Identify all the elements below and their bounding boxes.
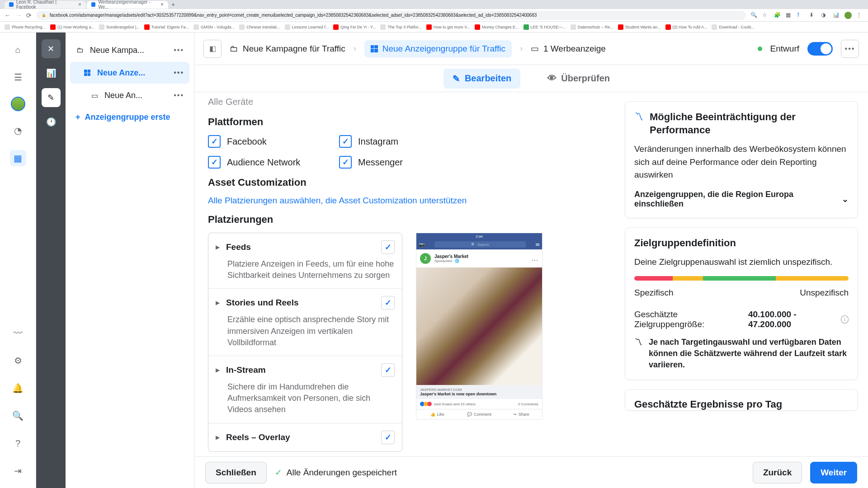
publish-toggle[interactable] [807, 42, 833, 56]
checkbox-checked-icon[interactable]: ✓ [339, 156, 352, 169]
home-icon[interactable]: ⌂ [10, 42, 26, 58]
chart-icon[interactable]: 📊 [42, 64, 61, 83]
checkbox-checked-icon[interactable]: ✓ [381, 240, 395, 254]
history-icon[interactable]: 🕐 [42, 113, 61, 131]
close-icon[interactable]: × [78, 1, 81, 8]
caret-right-icon[interactable]: ▶ [216, 244, 220, 250]
bookmark[interactable]: Tutorial: Eigene Fa... [144, 24, 189, 30]
caret-right-icon[interactable]: ▶ [216, 434, 220, 441]
browser-tab[interactable]: Werbeanzeigenmanager - We...× [87, 1, 168, 9]
bookmark[interactable]: Money Changes E... [475, 24, 519, 30]
asset-link[interactable]: Alle Platzierungen auswählen, die Asset … [208, 196, 601, 206]
close-button[interactable]: ✕ [42, 39, 61, 58]
breadcrumb-campaign[interactable]: 🗀Neue Kampagne für Traffic [230, 44, 345, 54]
ad-image [416, 267, 542, 385]
star-icon[interactable]: ☆ [762, 12, 769, 19]
forward-icon[interactable]: → [15, 12, 22, 19]
extension-icon[interactable]: ◑ [821, 12, 828, 19]
gear-icon[interactable]: ⚙ [10, 352, 26, 369]
new-tab-button[interactable]: + [169, 0, 177, 9]
checkbox-checked-icon[interactable]: ✓ [208, 135, 221, 148]
bookmark[interactable]: How to get more V... [426, 24, 470, 30]
panel-toggle-icon[interactable]: ◧ [203, 40, 222, 58]
extension-icon[interactable]: ⬇ [809, 12, 816, 19]
bookmark[interactable]: The Top 3 Platfor... [380, 24, 421, 30]
platform-audience-network[interactable]: ✓Audience Network [208, 156, 335, 169]
placement-stories[interactable]: ▶Stories und Reels✓ Erzähle eine optisch… [208, 289, 402, 356]
checkbox-checked-icon[interactable]: ✓ [381, 363, 395, 377]
platform-facebook[interactable]: ✓Facebook [208, 135, 335, 148]
tab-edit[interactable]: ✎Bearbeiten [443, 69, 520, 89]
bookmark[interactable]: LEE 'S HOUSE—... [524, 24, 566, 30]
checkbox-checked-icon[interactable]: ✓ [381, 431, 395, 444]
caret-right-icon[interactable]: ▶ [216, 300, 220, 306]
platforms-heading: Plattformen [208, 116, 601, 128]
checkbox-checked-icon[interactable]: ✓ [208, 156, 221, 169]
address-bar[interactable]: 🔒facebook.com/adsmanager/manage/adsets/e… [36, 11, 746, 20]
bookmark[interactable]: Download - Cooki... [712, 24, 755, 30]
checkbox-checked-icon[interactable]: ✓ [339, 135, 352, 148]
bell-icon[interactable]: 🔔 [10, 380, 26, 396]
bookmark[interactable]: Phone Recycling... [5, 24, 46, 30]
extension-icon[interactable]: 🧩 [774, 12, 781, 19]
add-adset-button[interactable]: + Anzeigengruppe erste [70, 107, 189, 127]
close-button[interactable]: Schließen [205, 462, 267, 483]
caret-right-icon[interactable]: ▶ [216, 367, 220, 373]
bookmark[interactable]: Lessons Learned f... [285, 24, 329, 30]
bookmark[interactable]: (2) How To Add A... [665, 24, 708, 30]
reload-icon[interactable]: ⟳ [26, 12, 32, 19]
bookmark[interactable]: Datenschutz – Re... [571, 24, 613, 30]
bookmark[interactable]: (1) How Working a... [50, 24, 94, 30]
bookmark[interactable]: Student Wants an... [618, 24, 661, 30]
breadcrumb-ad[interactable]: ▭1 Werbeanzeige [531, 43, 606, 54]
back-button[interactable]: Zurück [753, 462, 802, 483]
actions-menu[interactable]: ••• [841, 40, 859, 58]
ad-icon: ▭ [531, 43, 539, 54]
tab-review[interactable]: 👁Überprüfen [538, 69, 619, 88]
audience-meter [634, 276, 849, 281]
menu-icon[interactable]: ☰ [10, 69, 26, 85]
more-icon[interactable]: ••• [174, 46, 184, 54]
share-button: ↪Share [500, 409, 542, 419]
more-icon[interactable]: ••• [174, 69, 184, 77]
placement-feeds[interactable]: ▶Feeds✓ Platziere Anzeigen in Feeds, um … [208, 233, 402, 289]
devices-label: Alle Geräte [208, 97, 601, 107]
tree-adset[interactable]: Neue Anze... ••• [70, 62, 189, 84]
extension-icon[interactable]: 📊 [833, 12, 840, 19]
edit-icon[interactable]: ✎ [42, 88, 61, 107]
bookmark[interactable]: Qing Fei De Yi - Y... [333, 24, 376, 30]
bookmark[interactable]: Chinese translati... [239, 24, 280, 30]
platform-messenger[interactable]: ✓Messenger [339, 156, 466, 169]
gauge-icon[interactable]: ◔ [10, 122, 26, 139]
wave-icon[interactable]: 〰 [10, 325, 26, 341]
platform-instagram[interactable]: ✓Instagram [339, 135, 466, 148]
status-label: Entwurf [770, 44, 799, 54]
tree-campaign[interactable]: 🗀 Neue Kampa... ••• [70, 39, 189, 61]
grid-icon[interactable]: ▦ [10, 150, 26, 166]
bookmark[interactable]: Sonderangebot |... [99, 24, 140, 30]
avatar[interactable] [11, 97, 25, 111]
placement-instream[interactable]: ▶In-Stream✓ Sichere dir im Handumdrehen … [208, 356, 402, 423]
extension-icon[interactable]: f [797, 12, 805, 19]
breadcrumb-adset[interactable]: Neue Anzeigengruppe für Traffic [364, 40, 512, 57]
search-icon[interactable]: 🔍 [10, 408, 26, 424]
profile-icon[interactable] [844, 12, 852, 19]
bookmark[interactable]: GMSN - Vologda... [193, 24, 235, 30]
collapse-row[interactable]: Anzeigengruppen, die die Region Europa e… [634, 190, 849, 209]
zoom-icon[interactable]: 🔍 [750, 12, 758, 19]
info-icon[interactable]: i [841, 315, 849, 324]
audience-card: Zielgruppendefinition Deine Zielgruppena… [625, 227, 858, 380]
close-icon[interactable]: × [160, 1, 164, 8]
back-icon[interactable]: ← [5, 12, 11, 19]
checkbox-checked-icon[interactable]: ✓ [381, 296, 395, 310]
more-icon[interactable]: ••• [174, 91, 184, 99]
menu-icon[interactable]: ⋮ [856, 12, 863, 19]
tree-ad[interactable]: ▭ Neue An... ••• [70, 84, 189, 106]
next-button[interactable]: Weiter [810, 462, 857, 483]
chevron-right-icon: › [520, 44, 523, 53]
extension-icon[interactable]: ▦ [786, 12, 793, 19]
browser-tab[interactable]: Leon R. Chaudhari | Facebook× [5, 1, 86, 9]
help-icon[interactable]: ? [10, 435, 26, 451]
placement-reels-overlay[interactable]: ▶Reels – Overlay✓ [208, 423, 402, 451]
collapse-icon[interactable]: ⇥ [10, 463, 26, 479]
